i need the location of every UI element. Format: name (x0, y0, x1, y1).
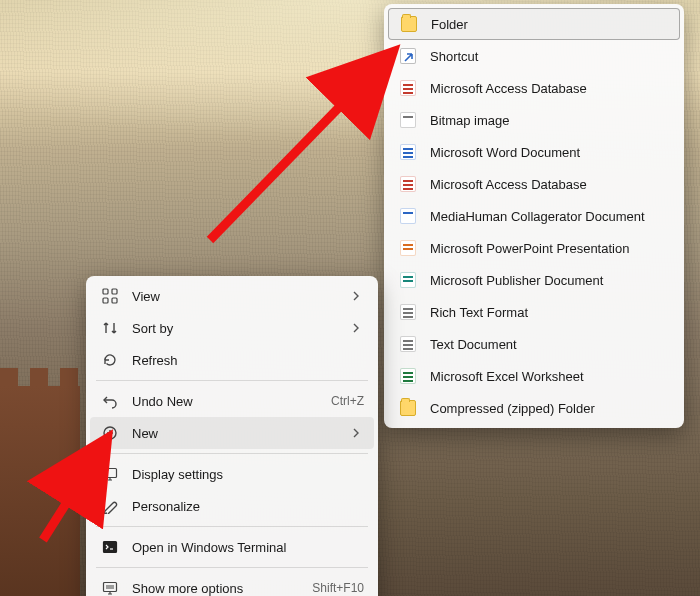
svg-rect-3 (112, 298, 117, 303)
submenu-item-access-db[interactable]: Microsoft Access Database (388, 72, 680, 104)
access-db-icon (398, 78, 418, 98)
submenu-label: Microsoft Access Database (430, 81, 670, 96)
menu-label: Show more options (132, 581, 304, 596)
submenu-label: MediaHuman Collagerator Document (430, 209, 670, 224)
excel-icon (398, 366, 418, 386)
desktop-context-menu: View Sort by Refresh Undo New (86, 276, 378, 596)
menu-item-sort-by[interactable]: Sort by (90, 312, 374, 344)
word-doc-icon (398, 142, 418, 162)
menu-label: Sort by (132, 321, 348, 336)
submenu-label: Microsoft Publisher Document (430, 273, 670, 288)
personalize-icon (100, 496, 120, 516)
submenu-item-zipped[interactable]: Compressed (zipped) Folder (388, 392, 680, 424)
menu-label: Refresh (132, 353, 364, 368)
new-icon (100, 423, 120, 443)
submenu-item-powerpoint[interactable]: Microsoft PowerPoint Presentation (388, 232, 680, 264)
desktop-wallpaper-wall (0, 386, 80, 596)
shortcut-icon (398, 46, 418, 66)
submenu-label: Microsoft PowerPoint Presentation (430, 241, 670, 256)
menu-item-display-settings[interactable]: Display settings (90, 458, 374, 490)
menu-label: Display settings (132, 467, 364, 482)
menu-separator (96, 380, 368, 381)
submenu-label: Compressed (zipped) Folder (430, 401, 670, 416)
submenu-label: Bitmap image (430, 113, 670, 128)
menu-item-view[interactable]: View (90, 280, 374, 312)
menu-shortcut: Shift+F10 (312, 581, 364, 595)
folder-icon (399, 14, 419, 34)
chevron-right-icon (348, 428, 364, 438)
submenu-item-text[interactable]: Text Document (388, 328, 680, 360)
menu-shortcut: Ctrl+Z (331, 394, 364, 408)
submenu-label: Rich Text Format (430, 305, 670, 320)
submenu-item-bitmap[interactable]: Bitmap image (388, 104, 680, 136)
menu-separator (96, 567, 368, 568)
submenu-item-access-db-2[interactable]: Microsoft Access Database (388, 168, 680, 200)
submenu-item-word[interactable]: Microsoft Word Document (388, 136, 680, 168)
zipped-folder-icon (398, 398, 418, 418)
view-icon (100, 286, 120, 306)
menu-label: Personalize (132, 499, 364, 514)
chevron-right-icon (348, 291, 364, 301)
submenu-label: Microsoft Access Database (430, 177, 670, 192)
menu-label: New (132, 426, 348, 441)
sort-icon (100, 318, 120, 338)
access-db-icon (398, 174, 418, 194)
refresh-icon (100, 350, 120, 370)
menu-separator (96, 526, 368, 527)
powerpoint-icon (398, 238, 418, 258)
submenu-item-publisher[interactable]: Microsoft Publisher Document (388, 264, 680, 296)
submenu-item-excel[interactable]: Microsoft Excel Worksheet (388, 360, 680, 392)
submenu-item-mediahuman[interactable]: MediaHuman Collagerator Document (388, 200, 680, 232)
bitmap-icon (398, 110, 418, 130)
menu-label: View (132, 289, 348, 304)
menu-item-refresh[interactable]: Refresh (90, 344, 374, 376)
submenu-item-rtf[interactable]: Rich Text Format (388, 296, 680, 328)
text-doc-icon (398, 334, 418, 354)
svg-rect-2 (103, 298, 108, 303)
menu-label: Open in Windows Terminal (132, 540, 364, 555)
publisher-icon (398, 270, 418, 290)
chevron-right-icon (348, 323, 364, 333)
submenu-label: Shortcut (430, 49, 670, 64)
terminal-icon (100, 537, 120, 557)
svg-rect-5 (104, 469, 117, 478)
menu-item-personalize[interactable]: Personalize (90, 490, 374, 522)
menu-label: Undo New (132, 394, 323, 409)
submenu-item-shortcut[interactable]: Shortcut (388, 40, 680, 72)
submenu-label: Folder (431, 17, 669, 32)
menu-item-more-options[interactable]: Show more options Shift+F10 (90, 572, 374, 596)
rtf-icon (398, 302, 418, 322)
svg-rect-1 (112, 289, 117, 294)
new-submenu: Folder Shortcut Microsoft Access Databas… (384, 4, 684, 428)
more-options-icon (100, 578, 120, 596)
display-settings-icon (100, 464, 120, 484)
submenu-item-folder[interactable]: Folder (388, 8, 680, 40)
menu-item-undo[interactable]: Undo New Ctrl+Z (90, 385, 374, 417)
menu-item-open-terminal[interactable]: Open in Windows Terminal (90, 531, 374, 563)
svg-rect-7 (104, 583, 117, 592)
submenu-label: Text Document (430, 337, 670, 352)
svg-rect-6 (104, 542, 117, 553)
undo-icon (100, 391, 120, 411)
submenu-label: Microsoft Word Document (430, 145, 670, 160)
svg-rect-0 (103, 289, 108, 294)
menu-item-new[interactable]: New (90, 417, 374, 449)
submenu-label: Microsoft Excel Worksheet (430, 369, 670, 384)
menu-separator (96, 453, 368, 454)
mediahuman-icon (398, 206, 418, 226)
